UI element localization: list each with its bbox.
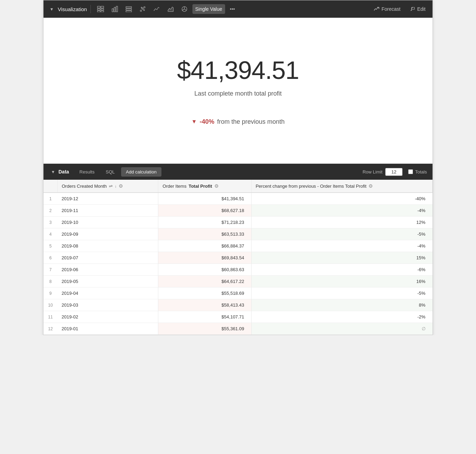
bar-viz-btn[interactable] xyxy=(109,4,121,14)
single-value-area: $41,394.51 Last complete month total pro… xyxy=(43,18,433,164)
pct-settings-icon[interactable]: ⚙ xyxy=(368,183,373,189)
pct-cell: -2% xyxy=(251,311,432,323)
svg-rect-11 xyxy=(126,11,132,12)
table-row: 22019-11$68,627.18-4% xyxy=(43,205,433,217)
data-toolbar: ▾ Data Results SQL Add calculation Row L… xyxy=(43,164,433,180)
row-num-cell: 9 xyxy=(43,287,57,299)
line-viz-btn[interactable] xyxy=(151,4,162,14)
date-cell: 2019-08 xyxy=(57,240,158,252)
list-icon xyxy=(126,6,132,12)
date-cell: 2019-04 xyxy=(57,287,158,299)
data-section-title: Data xyxy=(58,169,69,175)
table-row: 82019-05$64,617.2216% xyxy=(43,276,433,287)
sort-down-icon[interactable]: ↓ xyxy=(115,184,117,188)
profit-cell: $69,843.54 xyxy=(158,252,251,264)
profit-cell: $68,627.18 xyxy=(158,205,251,217)
sql-tab-label: SQL xyxy=(106,169,115,175)
svg-point-12 xyxy=(140,10,142,11)
area-viz-btn[interactable] xyxy=(165,4,176,14)
svg-rect-9 xyxy=(126,7,132,8)
data-table: Orders Created Month ⇌ ↓ ⚙ Order Items T… xyxy=(43,180,433,335)
comparison-row: ▼ -40% from the previous month xyxy=(191,118,285,125)
profit-cell: $54,107.71 xyxy=(158,311,251,323)
toolbar-divider-1 xyxy=(90,5,91,13)
svg-rect-5 xyxy=(101,11,104,12)
row-num-cell: 1 xyxy=(43,193,57,205)
totals-label: Totals xyxy=(415,169,427,175)
add-calculation-tab[interactable]: Add calculation xyxy=(121,167,161,177)
data-dropdown-btn[interactable]: ▾ xyxy=(49,167,57,177)
area-chart-icon xyxy=(167,6,174,12)
sql-tab[interactable]: SQL xyxy=(101,167,120,177)
svg-rect-0 xyxy=(97,6,100,8)
row-num-cell: 3 xyxy=(43,217,57,228)
row-limit-label: Row Limit xyxy=(363,169,382,175)
profit-cell: $66,884.37 xyxy=(158,240,251,252)
pie-viz-btn[interactable] xyxy=(178,4,190,14)
table-row: 42019-09$63,513.33-5% xyxy=(43,228,433,240)
profit-column-header: Order Items Total Profit ⚙ xyxy=(158,180,251,193)
more-options-btn[interactable]: ••• xyxy=(227,4,238,14)
date-cell: 2019-11 xyxy=(57,205,158,217)
row-num-cell: 4 xyxy=(43,228,57,240)
chevron-down-icon: ▾ xyxy=(50,6,53,12)
svg-rect-10 xyxy=(126,9,132,10)
data-table-container: Orders Created Month ⇌ ↓ ⚙ Order Items T… xyxy=(43,180,433,335)
pct-column-header: Percent change from previous - Order Ite… xyxy=(251,180,432,193)
profit-cell: $60,863.63 xyxy=(158,264,251,276)
visualization-dropdown-btn[interactable]: ▾ xyxy=(48,4,56,14)
results-tab-label: Results xyxy=(79,169,94,175)
date-cell: 2019-05 xyxy=(57,276,158,287)
profit-col-label-prefix: Order Items xyxy=(162,184,187,189)
results-tab[interactable]: Results xyxy=(74,167,99,177)
svg-rect-7 xyxy=(114,7,116,12)
pct-cell: -4% xyxy=(251,205,432,217)
pct-cell: 12% xyxy=(251,217,432,228)
scatter-viz-btn[interactable] xyxy=(137,4,149,14)
list-viz-btn[interactable] xyxy=(123,4,135,14)
comparison-pct: -40% xyxy=(200,118,214,125)
table-body: 12019-12$41,394.51-40%22019-11$68,627.18… xyxy=(43,193,433,335)
profit-cell: $41,394.51 xyxy=(158,193,251,205)
svg-point-13 xyxy=(142,8,143,9)
row-limit-input[interactable] xyxy=(385,168,403,176)
totals-checkbox[interactable] xyxy=(408,169,413,174)
profit-cell: $55,518.69 xyxy=(158,287,251,299)
single-value-viz-btn[interactable]: Single Value xyxy=(192,4,225,14)
add-calculation-label: Add calculation xyxy=(126,169,157,175)
profit-cell: $58,413.43 xyxy=(158,299,251,311)
value-label: Last complete month total profit xyxy=(194,90,281,97)
forecast-btn[interactable]: Forecast xyxy=(371,4,403,14)
table-viz-btn[interactable] xyxy=(94,4,107,14)
edit-btn[interactable]: Edit xyxy=(407,4,428,14)
profit-settings-icon[interactable]: ⚙ xyxy=(214,183,219,189)
pct-cell: -6% xyxy=(251,264,432,276)
profit-col-label-bold: Total Profit xyxy=(189,184,212,189)
date-cell: 2019-10 xyxy=(57,217,158,228)
date-settings-icon[interactable]: ⚙ xyxy=(119,183,123,189)
row-num-cell: 5 xyxy=(43,240,57,252)
forecast-icon xyxy=(374,6,379,12)
profit-cell: $63,513.33 xyxy=(158,228,251,240)
svg-rect-2 xyxy=(97,9,100,10)
table-row: 72019-06$60,863.63-6% xyxy=(43,264,433,276)
row-num-cell: 2 xyxy=(43,205,57,217)
profit-cell: $71,218.23 xyxy=(158,217,251,228)
table-icon xyxy=(97,6,104,12)
edit-label: Edit xyxy=(417,6,426,12)
table-row: 92019-04$55,518.69-5% xyxy=(43,287,433,299)
visualization-title: Visualization xyxy=(58,6,87,12)
scatter-icon xyxy=(140,6,146,12)
table-row: 122019-01$55,361.09∅ xyxy=(43,323,433,335)
more-icon: ••• xyxy=(230,6,235,12)
date-column-header: Orders Created Month ⇌ ↓ ⚙ xyxy=(57,180,158,193)
date-cell: 2019-12 xyxy=(57,193,158,205)
row-num-header xyxy=(43,180,57,193)
date-cell: 2019-07 xyxy=(57,252,158,264)
main-value: $41,394.51 xyxy=(177,56,299,84)
svg-rect-22 xyxy=(412,7,414,9)
svg-rect-4 xyxy=(97,11,100,12)
pct-cell: -5% xyxy=(251,287,432,299)
filter-icon[interactable]: ⇌ xyxy=(109,184,113,189)
row-num-cell: 6 xyxy=(43,252,57,264)
